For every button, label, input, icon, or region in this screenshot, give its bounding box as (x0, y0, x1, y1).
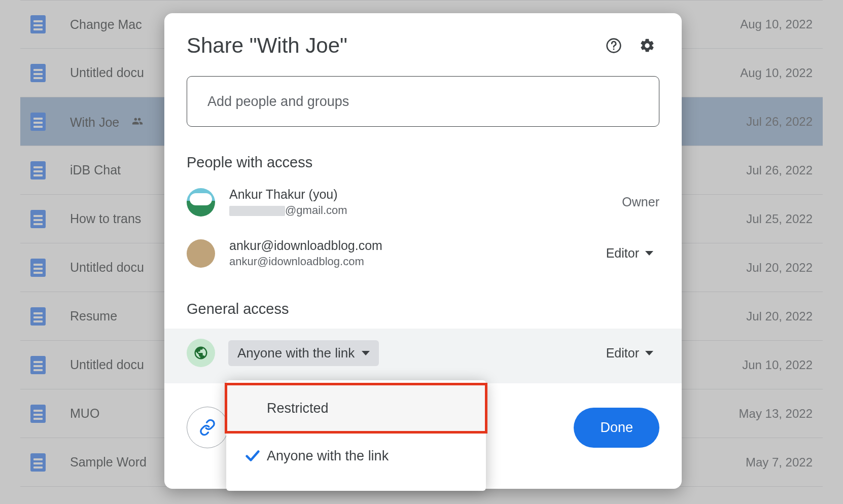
person-email: @gmail.com (229, 204, 622, 217)
person-info: Ankur Thakur (you) @gmail.com (229, 187, 622, 217)
add-people-input[interactable] (187, 76, 659, 127)
role-dropdown-button[interactable]: Editor (600, 242, 659, 265)
role-label: Editor (606, 346, 639, 361)
redacted-email-prefix (229, 206, 285, 216)
person-name: ankur@idownloadblog.com (229, 238, 600, 253)
general-role-dropdown[interactable]: Editor (600, 342, 659, 365)
copy-link-button[interactable] (187, 407, 228, 448)
help-button[interactable] (602, 33, 626, 58)
people-with-access-heading: People with access (187, 154, 659, 171)
person-row-owner: Ankur Thakur (you) @gmail.com Owner (187, 182, 659, 222)
svg-point-1 (613, 48, 615, 50)
menu-item-label: Anyone with the link (267, 448, 389, 464)
dialog-title: Share "With Joe" (187, 33, 592, 58)
role-owner-label: Owner (622, 195, 659, 209)
caret-down-icon (362, 351, 370, 355)
settings-button[interactable] (635, 33, 659, 58)
access-scope: Anyone with the link (228, 340, 600, 366)
menu-item-anyone-with-link[interactable]: Anyone with the link (226, 432, 486, 480)
done-button[interactable]: Done (574, 408, 659, 448)
person-name: Ankur Thakur (you) (229, 187, 622, 202)
globe-icon (187, 339, 215, 367)
menu-item-restricted[interactable]: Restricted (226, 384, 486, 432)
avatar (187, 188, 215, 217)
person-email: ankur@idownloadblog.com (229, 255, 600, 268)
person-info: ankur@idownloadblog.com ankur@idownloadb… (229, 238, 600, 268)
check-icon (238, 447, 267, 464)
access-scope-label: Anyone with the link (237, 345, 355, 361)
general-access-row: Anyone with the link Editor (164, 329, 682, 383)
dialog-header: Share "With Joe" (187, 33, 659, 58)
caret-down-icon (645, 351, 653, 355)
person-row: ankur@idownloadblog.com ankur@idownloadb… (187, 233, 659, 273)
access-scope-dropdown[interactable]: Anyone with the link (228, 340, 379, 366)
caret-down-icon (645, 251, 653, 256)
role-label: Editor (606, 246, 639, 261)
avatar (187, 239, 215, 268)
general-access-heading: General access (187, 301, 659, 317)
menu-item-label: Restricted (267, 401, 329, 416)
access-scope-menu: Restricted Anyone with the link (226, 380, 486, 491)
